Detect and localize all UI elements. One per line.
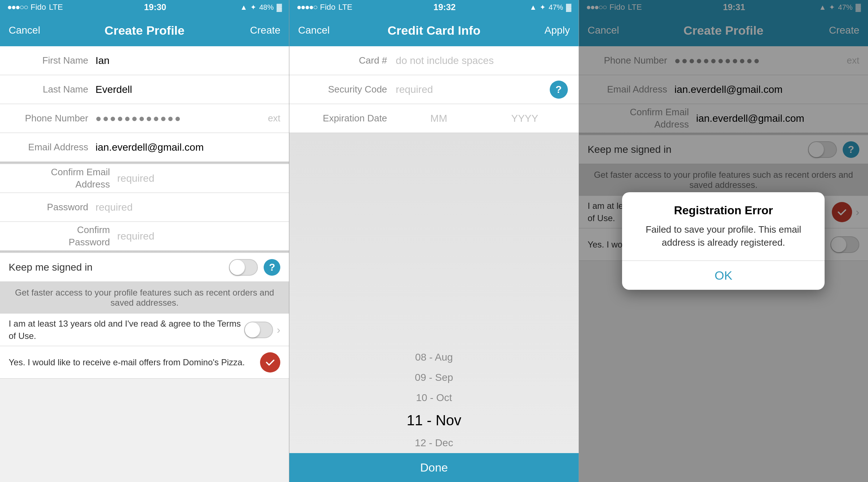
battery-icons-1: ▲ ✦ 48% ▓ <box>240 3 282 12</box>
picker-item-nov[interactable]: 11 - Nov <box>289 408 578 433</box>
month-picker: Done 08 - Aug 09 - Sep 10 - Oct 11 - Nov… <box>289 133 578 482</box>
alert-message: Failed to save your profile. This email … <box>622 223 825 261</box>
keep-signed-in-label: Keep me signed in <box>9 262 229 273</box>
network-2: LTE <box>339 3 353 12</box>
nav-title-1: Create Profile <box>67 23 222 38</box>
keep-signed-in-help[interactable]: ? <box>264 259 280 276</box>
expiry-label: Expiration Date <box>300 113 387 124</box>
password-label: Password <box>9 202 88 213</box>
time-1: 19:30 <box>70 2 240 12</box>
first-name-label: First Name <box>9 55 88 66</box>
last-name-row: Last Name Everdell <box>0 75 289 104</box>
arrow-icon: ▲ <box>240 3 247 12</box>
screen-create-profile-2: ●●●○○ Fido LTE 19:31 ▲ ✦ 47% ▓ Cancel Cr… <box>579 0 868 482</box>
picker-done-bar[interactable]: Done <box>289 453 578 482</box>
bluetooth-icon: ✦ <box>250 3 256 12</box>
confirm-email-label: Confirm EmailAddress <box>9 166 110 191</box>
battery-icon-1: ▓ <box>277 3 282 12</box>
offers-row: Yes. I would like to receive e-mail offe… <box>0 346 289 379</box>
cancel-button-1[interactable]: Cancel <box>9 25 67 36</box>
card-number-label: Card # <box>300 55 387 66</box>
email-value[interactable]: ian.everdell@gmail.com <box>95 142 280 153</box>
card-number-row: Card # do not include spaces <box>289 46 578 75</box>
toggle-knob <box>230 260 245 275</box>
keep-signed-in-toggle[interactable] <box>229 259 258 276</box>
phone-value[interactable]: ●●●●●●●●●●●● <box>95 113 261 124</box>
first-name-value[interactable]: Ian <box>95 55 280 66</box>
email-row: Email Address ian.everdell@gmail.com <box>0 133 289 162</box>
picker-done-text[interactable]: Done <box>420 461 448 474</box>
terms-knob <box>245 322 260 337</box>
battery-icons-2: ▲ ✦ 47% ▓ <box>529 3 571 12</box>
create-button-1[interactable]: Create <box>222 25 280 36</box>
terms-text: I am at least 13 years old and I've read… <box>9 318 244 342</box>
alert-overlay: Registration Error Failed to save your p… <box>579 0 868 482</box>
password-input[interactable]: required <box>95 202 280 213</box>
picker-item-sep[interactable]: 09 - Sep <box>289 367 578 388</box>
terms-arrow-icon: › <box>277 324 280 336</box>
security-code-help[interactable]: ? <box>550 81 568 99</box>
arrow-icon-2: ▲ <box>529 3 537 12</box>
last-name-value[interactable]: Everdell <box>95 84 280 95</box>
screen-credit-card: ●●●●○ Fido LTE 19:32 ▲ ✦ 47% ▓ Cancel Cr… <box>289 0 578 482</box>
expiration-date-row: Expiration Date MM YYYY <box>289 104 578 133</box>
keep-signed-in-row: Keep me signed in ? <box>0 253 289 282</box>
apply-button[interactable]: Apply <box>512 25 570 36</box>
registration-error-dialog: Registration Error Failed to save your p… <box>622 192 825 290</box>
signed-in-info-row: Get faster access to your profile featur… <box>0 282 289 314</box>
battery-percent-1: 48% <box>259 3 274 12</box>
security-code-label: Security Code <box>300 84 387 95</box>
card-number-input[interactable]: do not include spaces <box>396 55 567 66</box>
confirm-password-input[interactable]: required <box>117 231 280 242</box>
phone-ext: ext <box>268 113 281 124</box>
time-2: 19:32 <box>359 2 529 12</box>
offers-checkmark[interactable] <box>260 352 280 373</box>
battery-percent-2: 47% <box>549 3 563 12</box>
last-name-label: Last Name <box>9 84 88 95</box>
alert-title: Registration Error <box>622 192 825 223</box>
terms-toggle[interactable] <box>244 322 273 338</box>
cancel-button-2[interactable]: Cancel <box>298 25 356 36</box>
form-content-1: First Name Ian Last Name Everdell Phone … <box>0 46 289 482</box>
email-label: Email Address <box>9 142 88 153</box>
signal-dots-1: ●●●○○ <box>7 3 27 12</box>
offers-text: Yes. I would like to receive e-mail offe… <box>9 356 254 369</box>
bluetooth-icon-2: ✦ <box>540 3 546 12</box>
expiry-mm-input[interactable]: MM <box>396 113 482 124</box>
status-bar-2: ●●●●○ Fido LTE 19:32 ▲ ✦ 47% ▓ <box>289 0 578 14</box>
expiry-yyyy-input[interactable]: YYYY <box>482 113 568 124</box>
screen-create-profile: ●●●○○ Fido LTE 19:30 ▲ ✦ 48% ▓ Cancel Cr… <box>0 0 289 482</box>
confirm-email-input[interactable]: required <box>117 173 280 184</box>
signed-in-info-text: Get faster access to your profile featur… <box>9 288 280 308</box>
signal-dots-2: ●●●●○ <box>297 3 317 12</box>
picker-item-oct[interactable]: 10 - Oct <box>289 388 578 408</box>
security-code-row: Security Code required ? <box>289 75 578 104</box>
confirm-password-row: ConfirmPassword required <box>0 222 289 251</box>
carrier-2: Fido <box>320 3 336 12</box>
security-code-input[interactable]: required <box>396 84 549 95</box>
confirm-password-label: ConfirmPassword <box>9 224 110 249</box>
picker-item-aug[interactable]: 08 - Aug <box>289 347 578 367</box>
password-row: Password required <box>0 193 289 222</box>
confirm-email-row: Confirm EmailAddress required <box>0 164 289 193</box>
first-name-row: First Name Ian <box>0 46 289 75</box>
status-bar-1: ●●●○○ Fido LTE 19:30 ▲ ✦ 48% ▓ <box>0 0 289 14</box>
phone-label: Phone Number <box>9 113 88 124</box>
network-1: LTE <box>49 3 63 12</box>
nav-bar-1: Cancel Create Profile Create <box>0 14 289 46</box>
nav-bar-2: Cancel Credit Card Info Apply <box>289 14 578 46</box>
terms-row: I am at least 13 years old and I've read… <box>0 314 289 346</box>
picker-items: 08 - Aug 09 - Sep 10 - Oct 11 - Nov 12 -… <box>289 133 578 453</box>
carrier-1: Fido <box>30 3 46 12</box>
battery-icon-2: ▓ <box>566 3 571 12</box>
nav-title-2: Credit Card Info <box>356 23 512 38</box>
phone-number-row: Phone Number ●●●●●●●●●●●● ext <box>0 104 289 133</box>
picker-item-dec[interactable]: 12 - Dec <box>289 433 578 453</box>
alert-ok-button[interactable]: OK <box>622 261 825 290</box>
